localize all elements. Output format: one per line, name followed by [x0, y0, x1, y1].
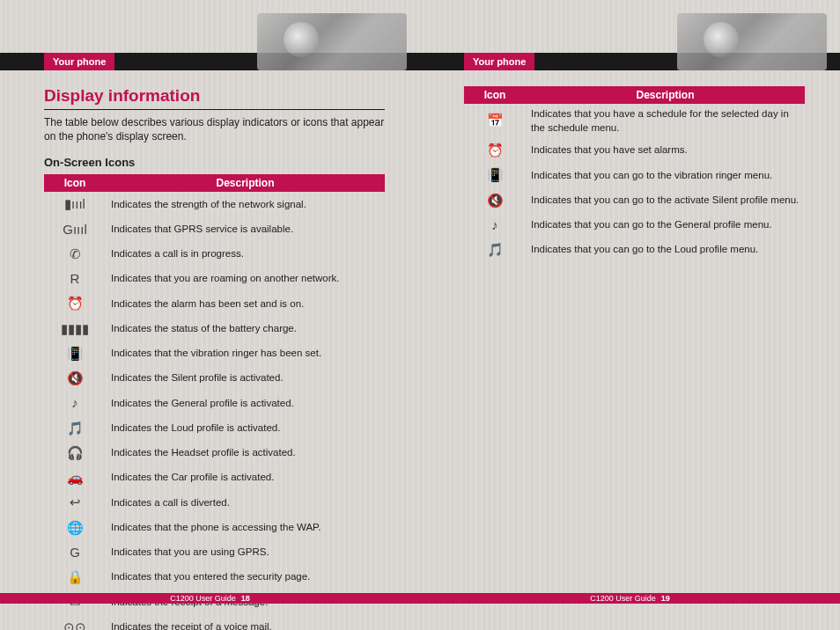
icon-description: Indicates that you can go to the General… [526, 213, 805, 238]
icon-description: Indicates a call is diverted. [106, 490, 385, 515]
icon-description: Indicates that GPRS service is available… [106, 217, 385, 242]
table-row: 🔇Indicates that you can go to the activa… [464, 188, 805, 213]
table-row: ↩Indicates a call is diverted. [44, 490, 385, 515]
table-row: 🎵Indicates that you can go to the Loud p… [464, 238, 805, 262]
table-row: 🎵Indicates the Loud profile is activated… [44, 416, 385, 441]
call-diverted-icon: ↩ [44, 490, 106, 515]
schedule-icon: 📅 [464, 104, 526, 138]
footer-band: C1200 User Guide 19 [420, 593, 840, 604]
icon-description: Indicates that you can go to the activat… [526, 188, 805, 213]
page-right: Your phone Icon Description 📅Indicates t… [420, 0, 840, 630]
alarm-set-icon: ⏰ [464, 138, 526, 163]
icon-description: Indicates a call is in progress. [106, 242, 385, 267]
battery-icon: ▮▮▮▮ [44, 317, 106, 341]
page-left: Your phone Display information The table… [0, 0, 420, 630]
table-row: ⏰Indicates the alarm has been set and is… [44, 291, 385, 316]
vibration-ringer-icon: 📳 [44, 341, 106, 366]
icon-table-right: Icon Description 📅Indicates that you hav… [464, 86, 805, 262]
headset-profile-icon: 🎧 [44, 441, 106, 465]
general-profile-icon: ♪ [44, 391, 106, 415]
footer-page-number: 18 [241, 594, 250, 603]
table-row: ♪Indicates the General profile is activa… [44, 391, 385, 415]
table-row: 🚗Indicates the Car profile is activated. [44, 465, 385, 490]
call-in-progress-icon: ✆ [44, 242, 106, 267]
signal-strength-icon: ▮ıııl [44, 192, 106, 216]
icon-description: Indicates that the phone is accessing th… [106, 516, 385, 540]
icon-description: Indicates the status of the battery char… [106, 317, 385, 341]
table-row: ▮▮▮▮Indicates the status of the battery … [44, 317, 385, 341]
table-row: 🔇Indicates the Silent profile is activat… [44, 366, 385, 391]
icon-description: Indicates that you have set alarms. [526, 138, 805, 163]
gprs-signal-icon: Gıııl [44, 217, 106, 242]
general-profile-menu-icon: ♪ [464, 213, 526, 238]
table-row: ✆Indicates a call is in progress. [44, 242, 385, 267]
icon-description: Indicates the receipt of a voice mail. [106, 615, 385, 630]
icon-description: Indicates the Headset profile is activat… [106, 441, 385, 465]
decorative-phone-image [677, 13, 827, 70]
col-header-description: Description [526, 86, 805, 104]
icon-description: Indicates that you are roaming on anothe… [106, 267, 385, 291]
icon-description: Indicates that you can go to the vibrati… [526, 163, 805, 187]
section-title: Display information [44, 86, 385, 106]
icon-description: Indicates that you are using GPRS. [106, 540, 385, 565]
alarm-on-icon: ⏰ [44, 291, 106, 316]
icon-description: Indicates the General profile is activat… [106, 391, 385, 415]
table-row: 📳Indicates that the vibration ringer has… [44, 341, 385, 366]
footer-band: C1200 User Guide 18 [0, 593, 420, 604]
table-row: 📳Indicates that you can go to the vibrat… [464, 163, 805, 187]
icon-description: Indicates that you have a schedule for t… [526, 104, 805, 138]
table-row: 🔒Indicates that you entered the security… [44, 565, 385, 590]
header-label: Your phone [44, 53, 114, 70]
table-row: 📅Indicates that you have a schedule for … [464, 104, 805, 138]
loud-profile-icon: 🎵 [44, 416, 106, 441]
silent-profile-icon: 🔇 [44, 366, 106, 391]
icon-description: Indicates that the vibration ringer has … [106, 341, 385, 366]
car-profile-icon: 🚗 [44, 465, 106, 490]
col-header-icon: Icon [464, 86, 526, 104]
icon-description: Indicates that you entered the security … [106, 565, 385, 590]
title-divider [44, 109, 385, 110]
wap-access-icon: 🌐 [44, 516, 106, 540]
table-row: 🎧Indicates the Headset profile is activa… [44, 441, 385, 465]
table-row: ⏰Indicates that you have set alarms. [464, 138, 805, 163]
icon-description: Indicates that you can go to the Loud pr… [526, 238, 805, 262]
icon-description: Indicates the strength of the network si… [106, 192, 385, 216]
header-label: Your phone [464, 53, 534, 70]
icon-description: Indicates the alarm has been set and is … [106, 291, 385, 316]
table-row: RIndicates that you are roaming on anoth… [44, 267, 385, 291]
decorative-phone-image [257, 13, 407, 70]
icon-description: Indicates the Silent profile is activate… [106, 366, 385, 391]
icon-table-left: Icon Description ▮ııılIndicates the stre… [44, 174, 385, 630]
vibration-ringer-menu-icon: 📳 [464, 163, 526, 187]
footer-page-number: 19 [661, 594, 670, 603]
icon-description: Indicates the Loud profile is activated. [106, 416, 385, 441]
table-row: GIndicates that you are using GPRS. [44, 540, 385, 565]
table-row: 🌐Indicates that the phone is accessing t… [44, 516, 385, 540]
security-page-icon: 🔒 [44, 565, 106, 590]
roaming-icon: R [44, 267, 106, 291]
icon-description: Indicates the Car profile is activated. [106, 465, 385, 490]
col-header-description: Description [106, 174, 385, 192]
silent-profile-menu-icon: 🔇 [464, 188, 526, 213]
loud-profile-menu-icon: 🎵 [464, 238, 526, 262]
table-row: ♪Indicates that you can go to the Genera… [464, 213, 805, 238]
table-row: ⊙⊙Indicates the receipt of a voice mail. [44, 615, 385, 630]
table-row: ▮ııılIndicates the strength of the netwo… [44, 192, 385, 216]
table-row: GııılIndicates that GPRS service is avai… [44, 217, 385, 242]
gprs-in-use-icon: G [44, 540, 106, 565]
col-header-icon: Icon [44, 174, 106, 192]
intro-text: The table below describes various displa… [44, 115, 385, 143]
subheading: On-Screen Icons [44, 156, 385, 169]
footer-guide: C1200 User Guide [590, 594, 656, 603]
voicemail-icon: ⊙⊙ [44, 615, 106, 630]
footer-guide: C1200 User Guide [170, 594, 236, 603]
